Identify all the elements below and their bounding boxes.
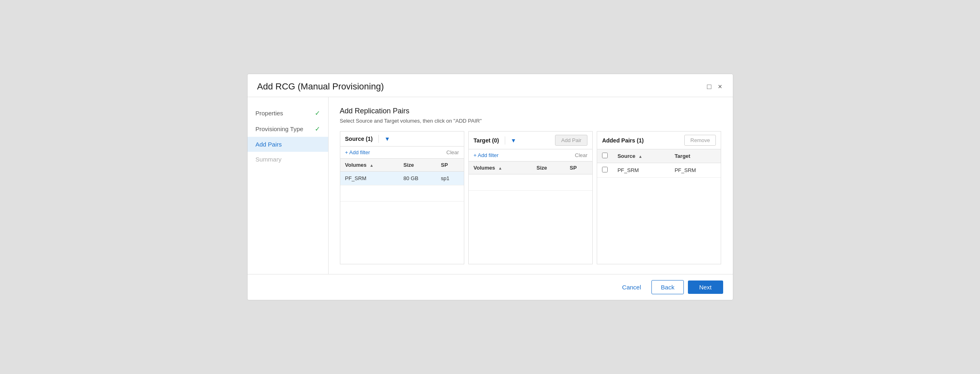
row-checkbox-cell (597, 163, 613, 178)
cancel-button[interactable]: Cancel (616, 280, 648, 294)
sort-icon-added-source: ▲ (638, 154, 643, 159)
source-filter-icon: ▼ (384, 136, 390, 142)
next-button[interactable]: Next (688, 280, 723, 294)
source-row-volumes: PF_SRM (340, 172, 399, 185)
dialog-title: Add RCG (Manual Provisioning) (257, 81, 384, 92)
sidebar-item-add-pairs[interactable]: Add Pairs (248, 137, 328, 152)
divider (505, 136, 505, 144)
target-panel-header: Target (0) ▼ Add Pair (469, 132, 592, 149)
source-filter-bar: + Add filter Clear (340, 147, 464, 159)
section-title: Add Replication Pairs (340, 107, 722, 115)
source-col-size[interactable]: Size (399, 159, 436, 172)
target-table-row-empty (469, 174, 592, 191)
section-subtitle: Select Source and Target volumes, then c… (340, 118, 722, 124)
remove-button[interactable]: Remove (684, 135, 716, 146)
sort-icon-target-volumes: ▲ (498, 166, 502, 170)
added-row-target: PF_SRM (670, 163, 721, 178)
target-table: Volumes ▲ Size SP (469, 162, 592, 191)
added-row-source: PF_SRM (613, 163, 670, 178)
target-add-filter-button[interactable]: + Add filter (474, 152, 499, 158)
added-pairs-table-wrap: Source ▲ Target (597, 149, 721, 264)
target-col-size[interactable]: Size (532, 162, 565, 174)
add-pair-button[interactable]: Add Pair (555, 135, 587, 146)
source-panel: Source (1) ▼ + Add filter Clear (340, 131, 464, 264)
sidebar-item-label: Properties (256, 110, 283, 117)
check-icon-provisioning: ✓ (315, 125, 320, 133)
check-icon-properties: ✓ (315, 109, 320, 117)
source-col-sp[interactable]: SP (436, 159, 463, 172)
dialog: Add RCG (Manual Provisioning) □ × Proper… (247, 74, 733, 300)
sidebar-item-provisioning-type[interactable]: Provisioning Type ✓ (248, 121, 328, 137)
maximize-button[interactable]: □ (706, 82, 712, 91)
added-pairs-title: Added Pairs (1) (602, 137, 644, 144)
sidebar: Properties ✓ Provisioning Type ✓ Add Pai… (248, 97, 329, 274)
close-button[interactable]: × (717, 82, 723, 91)
target-filter-bar: + Add filter Clear (469, 149, 592, 162)
source-row-size: 80 GB (399, 172, 436, 185)
back-button[interactable]: Back (651, 280, 683, 294)
target-clear-button[interactable]: Clear (575, 152, 587, 158)
source-table-wrap: Volumes ▲ Size SP (340, 159, 464, 264)
source-clear-button[interactable]: Clear (446, 149, 459, 155)
added-pairs-panel-header: Added Pairs (1) Remove (597, 132, 721, 149)
sidebar-item-summary[interactable]: Summary (248, 152, 328, 167)
added-pairs-panel: Added Pairs (1) Remove (597, 131, 721, 264)
target-panel-title: Target (0) (474, 137, 499, 144)
source-table-row-empty (340, 185, 464, 202)
target-panel: Target (0) ▼ Add Pair + Add filter Clear (468, 131, 593, 264)
dialog-header-icons: □ × (706, 82, 723, 91)
target-col-sp[interactable]: SP (565, 162, 592, 174)
dialog-header: Add RCG (Manual Provisioning) □ × (248, 74, 733, 97)
source-table: Volumes ▲ Size SP (340, 159, 464, 202)
source-row-sp: sp1 (436, 172, 463, 185)
sidebar-item-label: Summary (256, 156, 282, 163)
target-col-volumes[interactable]: Volumes ▲ (469, 162, 532, 174)
added-pairs-table: Source ▲ Target (597, 149, 721, 178)
source-add-filter-button[interactable]: + Add filter (345, 149, 370, 155)
added-col-target[interactable]: Target (670, 149, 721, 163)
sort-icon-volumes: ▲ (369, 163, 374, 168)
dialog-body: Properties ✓ Provisioning Type ✓ Add Pai… (248, 97, 733, 274)
row-checkbox[interactable] (602, 167, 608, 172)
added-pairs-table-row[interactable]: PF_SRM PF_SRM (597, 163, 721, 178)
sidebar-item-label: Add Pairs (256, 141, 282, 148)
target-table-wrap: Volumes ▲ Size SP (469, 162, 592, 264)
source-table-row[interactable]: PF_SRM 80 GB sp1 (340, 172, 464, 185)
source-panel-header: Source (1) ▼ (340, 132, 464, 147)
select-all-checkbox[interactable] (602, 153, 608, 158)
source-col-volumes[interactable]: Volumes ▲ (340, 159, 399, 172)
main-content: Add Replication Pairs Select Source and … (329, 97, 733, 274)
added-col-checkbox (597, 149, 613, 163)
added-col-source[interactable]: Source ▲ (613, 149, 670, 163)
panels-area: Source (1) ▼ + Add filter Clear (340, 131, 722, 264)
dialog-footer: Cancel Back Next (248, 274, 733, 300)
divider (378, 135, 379, 143)
target-filter-icon: ▼ (511, 137, 517, 144)
sidebar-item-properties[interactable]: Properties ✓ (248, 105, 328, 121)
sidebar-item-label: Provisioning Type (256, 125, 303, 132)
source-panel-title: Source (1) (345, 136, 373, 142)
